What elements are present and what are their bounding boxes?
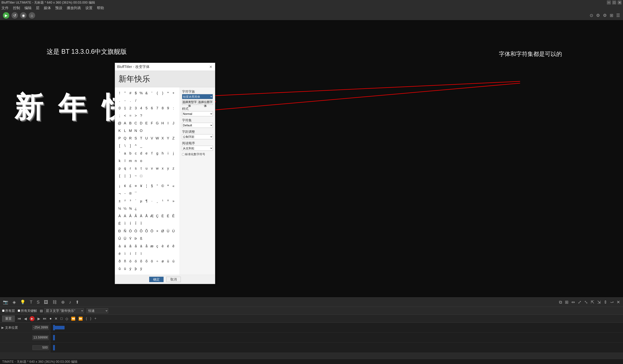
layer-select[interactable]: 层 3 文字 "新年快乐" [44, 308, 84, 313]
image-icon[interactable]: 🖼 [44, 300, 48, 305]
normalize-checkbox-row: 标准化数字符号 [182, 152, 213, 156]
go-start-icon[interactable]: ⏮ [18, 317, 21, 321]
select-bitmap-font-button[interactable]: 选择位图字体 [198, 100, 213, 105]
select-similar-font-button[interactable]: 选择类型字体 [182, 100, 197, 105]
keyframe-box[interactable]: □ [60, 317, 63, 321]
font-dialog: BluffTitler - 改变字体 ✕ 新年快乐 !"#$%&'()*+.-.… [115, 63, 215, 284]
next-frame-icon[interactable]: ▶ [38, 317, 40, 321]
maximize-button[interactable]: □ [612, 0, 616, 4]
grow-icon[interactable]: ⤻ [610, 300, 614, 305]
reset-button[interactable]: ↺ [11, 12, 18, 19]
char-row-7: ¡¢£¤¥¦§"©ª«¬-®¯ [117, 182, 178, 197]
link2-icon[interactable]: ⊕ [61, 300, 65, 305]
menu-icon[interactable]: ☰ [616, 13, 620, 18]
normalize-checkbox[interactable] [182, 153, 184, 156]
all-layers-checkbox[interactable] [2, 310, 4, 312]
track-left-value2 [0, 333, 50, 343]
export-icon[interactable]: ⬆ [75, 300, 79, 305]
dialog-preview: 新年快乐 [115, 71, 215, 87]
charset-select[interactable]: Default [182, 123, 213, 128]
menu-playlist[interactable]: 播放列表 [67, 5, 81, 10]
reset-button-bottom[interactable]: 重置 [2, 316, 15, 322]
merge-icon[interactable]: ⇔ [571, 300, 575, 305]
keyframe-dot[interactable]: ● [49, 317, 52, 321]
all-keyframes-label: 所有关键帧 [21, 309, 37, 313]
link-icon[interactable]: ⛓ [53, 300, 57, 305]
font-family-label: 字符字族 [182, 89, 213, 94]
statusbar: TIMATE - 无标题 * 640 x 360 (361%) 00:03.00… [0, 359, 623, 364]
track-expand-icon[interactable]: ▶ [1, 326, 4, 330]
skip-back-icon[interactable]: ⏪ [71, 317, 75, 321]
settings-icon-2[interactable]: ⚙ [596, 13, 600, 18]
layer-dropdown-area: ▤ 层 3 文字 "新年快乐" [40, 308, 84, 313]
stop-button[interactable]: ◉ [20, 12, 26, 19]
home-button[interactable]: ⌂ [29, 12, 35, 19]
size-icon[interactable]: ⇕ [604, 300, 607, 305]
style-select[interactable]: Normal [182, 111, 213, 116]
direction-select[interactable]: 从左到右 [182, 146, 213, 151]
paste-icon[interactable]: ⊞ [565, 300, 568, 305]
copy-icon[interactable]: ⧉ [559, 300, 562, 305]
skip-fwd-icon[interactable]: ⏩ [78, 317, 83, 321]
menu-control[interactable]: 控制 [13, 5, 20, 10]
menu-file[interactable]: 文件 [1, 5, 9, 10]
adjust-section: 字距调整 公制字距 [182, 129, 213, 139]
dialog-right-panel: 字符字族 创度浓黑简体 选择类型字体 选择位图字体 样式 Normal [180, 87, 215, 275]
settings-icon-4[interactable]: ⊞ [610, 13, 613, 18]
style-icon[interactable]: S [37, 300, 40, 305]
settings-icon-3[interactable]: ⚙ [603, 13, 607, 18]
menu-help[interactable]: 帮助 [97, 5, 104, 10]
menubar: 文件 控制 编辑 层 媒体 预设 播放列表 设置 帮助 [0, 5, 623, 11]
go-end-icon[interactable]: ⏭ [43, 317, 47, 321]
music-icon[interactable]: ♪ [69, 300, 71, 305]
value3-input[interactable] [32, 345, 49, 350]
prev-frame-icon[interactable]: ◀ [24, 317, 27, 321]
adjust-select[interactable]: 公制字距 [182, 134, 213, 139]
menu-edit[interactable]: 编辑 [24, 5, 32, 10]
track-left-value3 [0, 343, 50, 353]
skip-fwd2-icon[interactable]: ⟩ [90, 317, 91, 321]
ease-select[interactable]: 恒速 [87, 308, 108, 313]
expand-icon[interactable]: ⤢ [578, 300, 581, 305]
play-button[interactable]: ▶ [3, 12, 9, 19]
right-mid-toolbar: ⧉ ⊞ ⇔ ⤢ ⤡ ⇱ ⇲ ⇕ ⤻ ✕ [559, 300, 620, 305]
collapse2-icon[interactable]: ⇲ [597, 300, 601, 305]
menu-media[interactable]: 媒体 [44, 5, 51, 10]
font-family-select[interactable]: 创度浓黑简体 [182, 94, 213, 99]
cancel-button[interactable]: 取消 [166, 277, 181, 282]
play-bottom-button[interactable]: ▶ [30, 316, 35, 321]
add-keyframe-icon[interactable]: + [94, 317, 96, 321]
expand2-icon[interactable]: ⇱ [591, 300, 594, 305]
close-button[interactable]: ✕ [618, 0, 622, 4]
menu-settings[interactable]: 设置 [85, 5, 92, 10]
pin-icon[interactable]: ◈ [13, 300, 16, 305]
track-row-value3 [0, 343, 623, 353]
settings-icon-1[interactable]: ⊙ [590, 13, 593, 18]
position-value1[interactable] [32, 325, 49, 330]
minimize-button[interactable]: ─ [607, 0, 611, 4]
value2-input[interactable] [32, 335, 49, 340]
arrows-overlay [0, 40, 623, 297]
keyframe-diamond[interactable]: ◇ [66, 317, 68, 321]
dialog-close-button[interactable]: ✕ [209, 65, 213, 69]
skip-back2-icon[interactable]: ⟨ [86, 317, 87, 321]
svg-line-5 [213, 83, 520, 110]
shrink-icon[interactable]: ✕ [617, 300, 620, 305]
all-keyframes-checkbox[interactable] [18, 310, 20, 312]
char-row-5: `abcdefghijklmno [117, 150, 178, 164]
menu-layer[interactable]: 层 [36, 5, 40, 10]
collapse-icon[interactable]: ⤡ [584, 300, 588, 305]
keyframe-x[interactable]: ✕ [55, 317, 58, 321]
camera-icon[interactable]: 📷 [3, 300, 8, 305]
charset-section: 字符集 Default [182, 118, 213, 128]
all-layers-checkbox-row: 所有层 [2, 309, 15, 313]
font-family-section: 字符字族 创度浓黑简体 选择类型字体 选择位图字体 [182, 89, 213, 105]
menu-preset[interactable]: 预设 [55, 5, 62, 10]
style-label: 样式 [182, 107, 213, 111]
char-row-2: 0123456789:;<=>? [117, 105, 178, 119]
all-keyframes-checkbox-row: 所有关键帧 [18, 309, 37, 313]
dialog-footer: 确定 取消 [115, 275, 215, 284]
light-icon[interactable]: 💡 [20, 300, 25, 305]
ok-button[interactable]: 确定 [149, 277, 164, 282]
text-icon[interactable]: T [30, 300, 32, 305]
